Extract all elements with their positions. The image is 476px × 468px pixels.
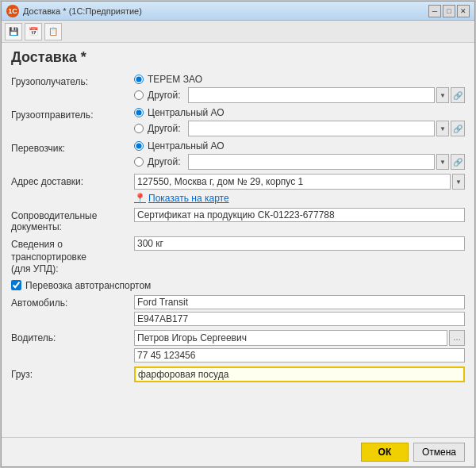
carrier-label: Перевозчик:	[11, 140, 134, 154]
car-plate-input[interactable]	[134, 312, 465, 326]
recipient-radio1[interactable]: ТЕРЕМ ЗАО	[134, 74, 465, 85]
driver-ellipsis-btn[interactable]: …	[449, 330, 465, 346]
carrier-link-btn[interactable]: 🔗	[451, 154, 465, 170]
sender-other-field: ▼ 🔗	[188, 121, 466, 136]
address-label: Адрес доставки:	[11, 174, 134, 187]
map-icon: 📍	[134, 193, 146, 204]
docs-label: Сопроводительные документы:	[11, 208, 134, 232]
recipient-link-btn[interactable]: 🔗	[451, 87, 465, 103]
sender-radio1-input[interactable]	[134, 108, 144, 117]
form-content: Грузополучатель: ТЕРЕМ ЗАО Другой: ▼ 🔗	[2, 71, 474, 437]
carrier-radio2-input[interactable]	[134, 157, 144, 167]
carrier-radio1-label: Центральный АО	[148, 140, 225, 152]
cargo-label: Груз:	[11, 366, 134, 380]
recipient-other-field: ▼ 🔗	[188, 87, 466, 103]
map-link-text: Показать на карте	[148, 193, 229, 204]
map-link[interactable]: 📍 Показать на карте	[134, 193, 465, 204]
recipient-radio2-row: Другой: ▼ 🔗	[134, 87, 465, 103]
address-input[interactable]	[134, 174, 451, 190]
driver-input[interactable]	[134, 330, 447, 346]
driver-label: Водитель:	[11, 330, 134, 343]
sender-dropdown-btn[interactable]: ▼	[436, 121, 449, 136]
driver-license-input[interactable]	[134, 348, 465, 363]
page-title: Доставка *	[2, 43, 474, 71]
carrier-radio2-label: Другой:	[148, 156, 181, 167]
minimize-button[interactable]: ─	[428, 5, 441, 17]
address-row: Адрес доставки: ▼ 📍 Показать на карте	[11, 174, 465, 204]
sender-radio2-label: Другой:	[148, 123, 181, 134]
window-title: Доставка * (1С:Предприятие)	[23, 6, 142, 16]
recipient-label: Грузополучатель:	[11, 74, 134, 87]
car-input[interactable]	[134, 295, 465, 309]
carrier-radio2-row: Другой: ▼ 🔗	[134, 154, 465, 170]
cargo-field	[134, 366, 465, 382]
transport-info-label: Сведения о транспортировке (для УПД):	[11, 236, 134, 276]
main-window: 1C Доставка * (1С:Предприятие) ─ □ ✕ 💾 📅…	[1, 1, 475, 467]
docs-row: Сопроводительные документы:	[11, 208, 465, 232]
address-input-row: ▼	[134, 174, 465, 190]
carrier-radio1[interactable]: Центральный АО	[134, 140, 465, 152]
auto-transport-row: Перевозка автотранспортом	[11, 280, 465, 291]
sender-radio2-input[interactable]	[134, 124, 144, 133]
title-buttons: ─ □ ✕	[428, 5, 470, 17]
recipient-other-input[interactable]	[188, 87, 436, 103]
table-toolbar-button[interactable]: 📋	[44, 23, 62, 40]
auto-transport-label: Перевозка автотранспортом	[25, 280, 151, 291]
recipient-radio2-input[interactable]	[134, 90, 144, 100]
auto-transport-checkbox[interactable]	[11, 280, 21, 290]
docs-field	[134, 208, 465, 222]
address-dropdown-btn[interactable]: ▼	[452, 174, 465, 190]
sender-radio2-row: Другой: ▼ 🔗	[134, 121, 465, 136]
calendar-toolbar-button[interactable]: 📅	[25, 23, 42, 40]
sender-row: Грузоотправитель: Центральный АО Другой:…	[11, 107, 465, 136]
carrier-dropdown-btn[interactable]: ▼	[436, 154, 449, 170]
carrier-row: Перевозчик: Центральный АО Другой: ▼ 🔗	[11, 140, 465, 170]
car-label: Автомобиль:	[11, 295, 134, 309]
driver-row: Водитель: …	[11, 330, 465, 363]
toolbar: 💾 📅 📋	[2, 21, 474, 43]
carrier-radio1-input[interactable]	[134, 141, 144, 151]
recipient-radio1-label: ТЕРЕМ ЗАО	[148, 74, 202, 85]
transport-info-field	[134, 236, 465, 251]
driver-field: …	[134, 330, 465, 363]
app-icon: 1C	[6, 5, 19, 17]
transport-info-row: Сведения о транспортировке (для УПД):	[11, 236, 465, 276]
save-toolbar-button[interactable]: 💾	[5, 23, 22, 40]
sender-field: Центральный АО Другой: ▼ 🔗	[134, 107, 465, 136]
carrier-other-field: ▼ 🔗	[188, 154, 466, 170]
docs-input[interactable]	[134, 208, 465, 222]
title-bar-left: 1C Доставка * (1С:Предприятие)	[6, 5, 142, 17]
title-bar: 1C Доставка * (1С:Предприятие) ─ □ ✕	[2, 2, 474, 21]
sender-link-btn[interactable]: 🔗	[451, 121, 465, 136]
recipient-field: ТЕРЕМ ЗАО Другой: ▼ 🔗	[134, 74, 465, 103]
cargo-row: Груз:	[11, 366, 465, 384]
address-field: ▼ 📍 Показать на карте	[134, 174, 465, 204]
driver-input-row: …	[134, 330, 465, 346]
carrier-other-input[interactable]	[188, 154, 436, 170]
cancel-button[interactable]: Отмена	[413, 443, 465, 462]
close-button[interactable]: ✕	[457, 5, 470, 17]
sender-other-input[interactable]	[188, 121, 436, 136]
cargo-input[interactable]	[134, 366, 465, 382]
recipient-radio2-label: Другой:	[148, 90, 181, 101]
maximize-button[interactable]: □	[443, 5, 455, 17]
transport-info-input[interactable]	[134, 236, 465, 251]
recipient-dropdown-btn[interactable]: ▼	[436, 87, 449, 103]
sender-label: Грузоотправитель:	[11, 107, 134, 121]
sender-radio1-label: Центральный АО	[148, 107, 225, 118]
ok-button[interactable]: ОК	[361, 443, 409, 462]
car-row: Автомобиль:	[11, 295, 465, 326]
carrier-field: Центральный АО Другой: ▼ 🔗	[134, 140, 465, 170]
sender-radio1[interactable]: Центральный АО	[134, 107, 465, 118]
recipient-radio1-input[interactable]	[134, 75, 144, 84]
car-field	[134, 295, 465, 326]
recipient-row: Грузополучатель: ТЕРЕМ ЗАО Другой: ▼ 🔗	[11, 74, 465, 103]
footer: ОК Отмена	[2, 437, 474, 466]
